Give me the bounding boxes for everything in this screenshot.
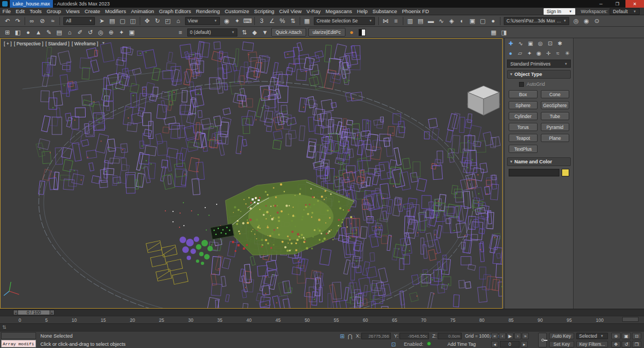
material-id-field[interactable]: 0 (default) ▼ [187, 28, 237, 37]
menu-item[interactable]: Modifiers [103, 8, 129, 15]
named-selection-set-select[interactable]: Create Selection Se ▼ [314, 17, 375, 25]
editpoly-macro-button[interactable]: ularize|EditPc [308, 28, 345, 37]
maximize-viewport-toggle-icon[interactable]: ❒ [632, 341, 641, 347]
set-keys-button[interactable] [538, 333, 547, 347]
dock-panel-icon[interactable]: ◨ [499, 28, 509, 37]
select-and-place-icon[interactable]: ⌂ [173, 16, 183, 26]
key-mode-toggle-icon[interactable]: ◂ [491, 341, 498, 347]
lights-category-icon[interactable]: ✦ [526, 49, 534, 57]
play-animation-icon[interactable]: ▶ [506, 333, 514, 339]
object-type-button[interactable]: Sphere [509, 101, 538, 109]
object-type-button[interactable]: Plane [541, 134, 570, 142]
current-frame-field[interactable] [500, 341, 520, 347]
edit-named-selection-sets-icon[interactable]: ▦ [302, 16, 312, 26]
render-production-icon[interactable]: ● [488, 16, 498, 26]
orbit-viewport-icon[interactable]: ↺ [622, 341, 631, 347]
object-type-button[interactable]: Box [509, 90, 538, 98]
menu-item[interactable]: V-Ray [304, 8, 323, 15]
object-type-button[interactable]: TextPlus [509, 145, 538, 153]
set-key-button[interactable]: Set Key [549, 341, 574, 347]
object-type-button[interactable]: Torus [509, 123, 538, 131]
cameras-category-icon[interactable]: ◉ [535, 49, 543, 57]
snap-to-grid-points-icon[interactable]: ◧ [13, 28, 23, 37]
rectangular-selection-region-icon[interactable]: ▢ [117, 16, 128, 26]
color-swatch[interactable] [562, 169, 569, 176]
space-warps-category-icon[interactable]: ≈ [553, 49, 562, 57]
sign-in-button[interactable]: Sign In ▼ [544, 8, 575, 15]
mirror-icon[interactable]: ⋈ [380, 16, 391, 26]
auto-key-button[interactable]: Auto Key [549, 333, 574, 339]
shapes-category-icon[interactable]: ▱ [516, 49, 524, 57]
bind-to-space-warp-icon[interactable]: ≈ [47, 16, 58, 26]
go-to-end-key-icon[interactable]: ▸ [521, 341, 528, 347]
select-object-icon[interactable]: ➤ [97, 16, 107, 26]
select-and-link-icon[interactable]: ∞ [27, 16, 37, 26]
go-to-end-icon[interactable]: » [522, 333, 529, 339]
motion-tab-icon[interactable]: ◎ [536, 39, 545, 47]
zoom-extents-time-icon[interactable]: ▣ [622, 333, 631, 339]
show-end-result-icon[interactable]: ▼ [260, 28, 270, 37]
object-type-button[interactable]: Pyramid [541, 123, 570, 131]
select-and-rotate-icon[interactable]: ↻ [152, 16, 163, 26]
render-in-cloud-icon[interactable]: ◎ [571, 16, 581, 26]
material-editor-icon[interactable]: ◐ [457, 16, 467, 26]
track-bar[interactable]: ⇅ [0, 323, 644, 331]
key-filters-button[interactable]: Key Filters... [576, 341, 608, 347]
zoom-region-time-icon[interactable]: ⊡ [632, 333, 641, 339]
object-name-input[interactable] [509, 169, 559, 176]
unlink-selection-icon[interactable]: ⊘ [37, 16, 47, 26]
menu-item[interactable]: Phoenix FD [399, 8, 432, 15]
add-time-tag[interactable]: Add Time Tag [448, 341, 476, 347]
snap-to-face-icon[interactable]: ▤ [54, 28, 64, 37]
time-configuration-icon[interactable]: ⊡ [390, 341, 397, 347]
snap-to-center-icon[interactable]: ◎ [96, 28, 106, 37]
snap-to-endpoint-icon[interactable]: ↺ [85, 28, 96, 37]
close-button[interactable]: ✕ [625, 0, 644, 8]
autogrid-checkbox[interactable] [519, 82, 524, 87]
menu-item[interactable]: Animation [129, 8, 157, 15]
object-type-button[interactable]: Cone [541, 90, 570, 98]
rendered-frame-window-icon[interactable]: ▢ [478, 16, 488, 26]
snap-to-grid-lines-icon[interactable]: ⌂ [64, 28, 75, 37]
asset-library-icon[interactable]: ⊙ [592, 16, 602, 26]
maxscript-mini-listener[interactable]: Array modifi [1, 340, 36, 347]
reference-coordinate-select[interactable]: View ▼ [185, 17, 220, 25]
undo-icon[interactable]: ↶ [2, 16, 13, 26]
curve-editor-icon[interactable]: ∿ [436, 16, 446, 26]
toggle-layer-explorer-icon[interactable]: ▤ [415, 16, 426, 26]
material-swatch-icon[interactable] [359, 29, 366, 36]
viewcube[interactable] [467, 86, 500, 115]
transform-typein-toggle-icon[interactable]: ⊞ [338, 333, 346, 339]
menu-item[interactable]: Rendering [193, 8, 222, 15]
snap-to-midpoint-icon[interactable]: ✐ [75, 28, 85, 37]
selection-lock-toggle-icon[interactable]: ⋂ [346, 333, 354, 339]
object-type-button[interactable]: Tube [541, 112, 570, 120]
axis-constraints-icon[interactable]: ⊞ [2, 28, 13, 37]
restore-button[interactable]: ❐ [609, 0, 625, 8]
viewport-shading-menu[interactable]: [ Wireframe ] [71, 41, 98, 46]
time-slider-value[interactable]: 0 / 100 [18, 310, 50, 315]
selection-filter-select[interactable]: All ▼ [63, 17, 95, 25]
track-bar-mode-icon[interactable]: ⇅ [2, 325, 7, 330]
modifier-list-icon[interactable]: ≡ [175, 28, 186, 37]
menu-item[interactable]: Substance [370, 8, 399, 15]
angle-snap-toggle-icon[interactable]: ∠ [267, 16, 277, 26]
menu-item[interactable]: Scripting [252, 8, 277, 15]
menu-item[interactable]: File [0, 8, 13, 15]
render-setup-icon[interactable]: ▣ [467, 16, 478, 26]
object-type-button[interactable]: Teapot [509, 134, 538, 142]
align-icon[interactable]: ≡ [391, 16, 401, 26]
redo-icon[interactable]: ↷ [13, 16, 23, 26]
systems-category-icon[interactable]: ✳ [563, 49, 571, 57]
schematic-view-icon[interactable]: ◈ [446, 16, 457, 26]
pin-stack-icon[interactable]: ◆ [249, 28, 260, 37]
menu-item[interactable]: Help [355, 8, 371, 15]
snap-frozen-icon[interactable]: ▣ [127, 28, 137, 37]
teapot-icon[interactable]: ● [347, 28, 357, 37]
menu-item[interactable]: Views [63, 8, 82, 15]
hierarchy-tab-icon[interactable]: ▣ [526, 39, 535, 47]
object-type-button[interactable]: GeoSphere [541, 101, 570, 109]
workspace-select[interactable]: Default ▼ [610, 8, 640, 15]
percent-snap-toggle-icon[interactable]: % [277, 16, 288, 26]
key-mode-select[interactable]: Selected ▼ [576, 333, 608, 339]
